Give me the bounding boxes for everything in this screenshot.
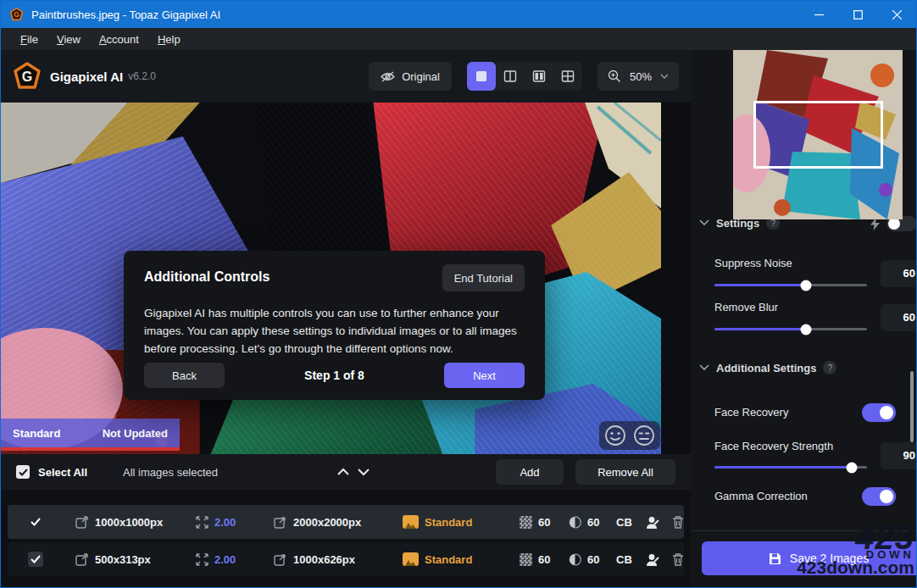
file-row-1[interactable]: 1000x1000px 2.00 2000x2000px [8,505,684,539]
slider-knob[interactable] [801,324,812,335]
navigator-crop-rect[interactable] [753,101,883,169]
scale-icon [196,516,208,529]
zoom-in-icon [608,69,621,83]
tutorial-next-button[interactable]: Next [444,363,525,388]
output-image-icon [274,516,287,529]
face-recovery-toggle[interactable] [862,403,896,422]
suppress-noise-value[interactable]: 60 [881,260,917,287]
neutral-face-icon[interactable] [633,424,655,447]
delete-row-icon[interactable] [672,515,684,529]
scale-value: 2.00 [214,516,236,529]
face-recovery-label: Face Recovery [714,406,788,419]
chevron-down-icon [699,364,709,371]
selection-status: All images selected [123,466,218,479]
face-recovery-person-icon [645,552,659,567]
ai-mode-value: Standard [425,516,472,529]
zoom-level-value: 50% [630,70,652,83]
input-image-icon [75,553,89,566]
view-mode-group [467,62,582,91]
minimize-button[interactable] [799,1,838,28]
face-recovery-strength-slider[interactable] [714,466,867,469]
image-preview-canvas[interactable]: Standard Not Updated [1,103,691,454]
view-single-button[interactable] [467,62,496,91]
select-all-label: Select All [38,466,87,479]
add-images-button[interactable]: Add [496,459,564,485]
grid-view-icon [561,69,575,83]
badge-status-label: Not Updated [103,427,168,440]
watermark-logo: 423 [797,524,914,551]
face-recovery-strength-label: Face Recovery Strength [714,440,833,452]
output-size: 1000x626px [293,553,355,566]
single-view-icon [475,69,488,83]
suppress-noise-label: Suppress Noise [714,257,792,269]
menu-view[interactable]: View [47,30,90,49]
main-toolbar: G Gigapixel AI v6.2.0 Original [1,50,691,103]
chevron-down-icon [699,219,709,226]
slider-knob[interactable] [801,280,812,291]
app-version: v6.2.0 [128,70,156,82]
tutorial-body-text: Gigapixel AI has multiple controls you c… [144,305,534,358]
menu-help[interactable]: Help [148,30,190,49]
row-checkbox[interactable] [28,552,43,567]
remove-blur-label: Remove Blur [714,301,778,313]
ai-mode-icon [403,515,419,529]
move-down-icon[interactable] [357,468,370,476]
delete-row-icon[interactable] [672,552,684,566]
svg-text:G: G [22,69,32,84]
close-button[interactable] [877,1,916,28]
remove-all-button[interactable]: Remove All [575,459,675,485]
gamma-correction-toggle[interactable] [862,487,896,506]
move-up-icon[interactable] [336,468,350,476]
blur-icon [569,553,581,566]
file-row-2[interactable]: 500x313px 2.00 1000x626px [8,542,684,576]
blur-value: 60 [587,516,599,529]
tutorial-dialog: Additional Controls End Tutorial Gigapix… [124,251,545,400]
happy-face-icon[interactable] [604,424,626,447]
remove-blur-slider[interactable] [714,328,867,330]
suppress-noise-slider[interactable] [714,284,867,286]
watermark: 423 DOWN 423down.com [797,524,914,575]
gigapixel-logo-icon: G [13,62,42,91]
face-recovery-strength-value[interactable]: 90 [881,442,917,469]
row-checkbox[interactable] [28,514,43,530]
window-title: Paintbrushes.jpeg - Topaz Gigapixel AI [31,8,220,21]
cb-tag: CB [616,516,632,529]
split-view-icon [503,69,517,83]
navigator-thumbnail[interactable] [733,50,903,219]
face-recovery-person-icon [645,515,659,530]
chevron-down-icon [660,74,669,79]
file-list: 1000x1000px 2.00 2000x2000px [1,490,691,587]
feedback-buttons [599,421,660,450]
blur-icon [569,516,581,529]
output-size: 2000x2000px [293,516,361,529]
original-preview-button[interactable]: Original [369,62,452,91]
select-all-checkbox[interactable] [16,465,30,479]
input-size: 1000x1000px [95,516,163,529]
blur-value: 60 [587,553,599,566]
maximize-button[interactable] [838,1,877,28]
additional-settings-help-icon[interactable]: ? [823,361,836,374]
slider-knob[interactable] [847,462,858,473]
cb-tag: CB [616,553,632,566]
menu-file[interactable]: File [11,30,47,49]
ai-mode-icon [403,552,419,566]
eye-off-icon [381,71,395,82]
menu-account[interactable]: Account [90,30,148,49]
remove-blur-value[interactable]: 60 [881,304,917,331]
input-image-icon [75,516,89,529]
tutorial-step-indicator: Step 1 of 8 [225,369,444,382]
view-split-button[interactable] [496,62,525,91]
tutorial-back-button[interactable]: Back [144,363,225,388]
save-floppy-icon [769,552,781,565]
title-bar: G Paintbrushes.jpeg - Topaz Gigapixel AI [1,1,916,28]
app-window: G Paintbrushes.jpeg - Topaz Gigapixel AI… [0,0,917,588]
view-side-by-side-button[interactable] [525,62,553,91]
panel-scrollbar[interactable] [910,371,914,442]
end-tutorial-button[interactable]: End Tutorial [442,264,525,291]
tutorial-title: Additional Controls [144,269,270,285]
additional-settings-header[interactable]: Additional Settings ? [699,361,836,374]
zoom-control[interactable]: 50% [597,62,679,91]
view-grid-button[interactable] [553,62,582,91]
noise-value: 60 [538,553,550,566]
side-by-side-icon [532,69,546,83]
